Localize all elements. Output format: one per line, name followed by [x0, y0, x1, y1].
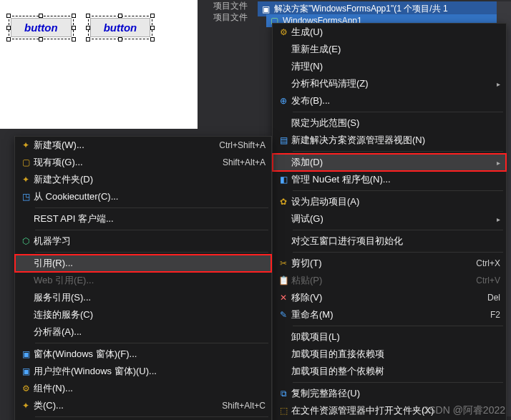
menu-clean[interactable]: 清理(N)	[273, 58, 506, 75]
solution-text: 解决方案"WindowsFormsApp1"(1 个项目/共 1	[274, 3, 448, 15]
menu-reference[interactable]: 引用(R)...	[15, 255, 271, 272]
menu-publish[interactable]: ⊕发布(B)...	[273, 92, 506, 109]
menu-newitem[interactable]: ✦新建项(W)...Ctrl+Shift+A	[15, 137, 271, 154]
menu-existing[interactable]: ▢现有项(G)...Shift+Alt+A	[15, 154, 271, 171]
menu-startup[interactable]: ✿设为启动项目(A)	[273, 193, 506, 210]
chevron-right-icon: ▸	[497, 215, 500, 223]
rename-icon: ✎	[276, 310, 291, 320]
cut-icon: ✂	[276, 258, 291, 268]
menu-cookiecutter[interactable]: ◳从 Cookiecutter(C)...	[15, 188, 271, 205]
watermark: CSDN @阿睿2022	[422, 404, 505, 417]
divider	[293, 326, 503, 326]
menu-restapi[interactable]: REST API 客户端...	[15, 210, 271, 228]
submenu-add: ✦新建项(W)...Ctrl+Shift+A ▢现有项(G)...Shift+A…	[14, 136, 272, 420]
menu-webref[interactable]: Web 引用(E)...	[15, 272, 271, 289]
menu-ml[interactable]: ⬡机器学习	[15, 233, 271, 250]
menu-paste[interactable]: 📋粘贴(P)Ctrl+V	[273, 272, 506, 289]
menu-connsvc[interactable]: 连接的服务(C)	[15, 306, 271, 323]
menu-rename[interactable]: ✎重命名(M)F2	[273, 306, 506, 323]
copy-icon: ⧉	[276, 389, 291, 399]
chevron-right-icon: ▸	[497, 159, 500, 167]
menu-init[interactable]: 对交互窗口进行项目初始化	[273, 233, 506, 250]
menu-remove[interactable]: ✕移除(V)Del	[273, 289, 506, 306]
paste-icon: 📋	[276, 275, 291, 285]
nuget-icon: ◧	[276, 175, 291, 185]
existing-icon: ▢	[18, 157, 34, 167]
menu-build[interactable]: ⚙生成(U)	[273, 24, 506, 41]
menu-debug[interactable]: 调试(G)▸	[273, 210, 506, 228]
divider	[293, 151, 503, 152]
delete-icon: ✕	[276, 293, 291, 303]
gear-icon: ✿	[276, 197, 291, 207]
menu-class[interactable]: ✦类(C)...Shift+Alt+C	[15, 397, 271, 414]
menu-nuget[interactable]: ◧管理 NuGet 程序包(N)...	[273, 171, 506, 188]
menu-newview[interactable]: ▤新建解决方案资源管理器视图(N)	[273, 132, 506, 149]
divider	[35, 343, 268, 343]
class-icon: ✦	[18, 401, 34, 411]
context-menu-project: ⚙生成(U) 重新生成(E) 清理(N) 分析和代码清理(Z)▸ ⊕发布(B).…	[272, 23, 507, 420]
uc-icon: ▣	[18, 366, 34, 376]
menu-unload[interactable]: 卸载项目(L)	[273, 328, 506, 346]
menu-add[interactable]: 添加(D)▸	[273, 154, 506, 171]
form-icon: ▣	[18, 349, 34, 359]
designer-button-1[interactable]: button	[9, 16, 74, 39]
menu-component[interactable]: ⚙组件(N)...	[15, 380, 271, 397]
component-icon: ⚙	[18, 384, 34, 394]
newitem-icon: ✦	[18, 140, 34, 150]
cookie-icon: ◳	[18, 192, 34, 202]
divider	[293, 252, 503, 253]
divider	[293, 382, 503, 383]
project-file-labels: 项目文件项目文件	[213, 0, 248, 23]
divider	[35, 207, 268, 208]
folder-icon: ✦	[18, 175, 34, 185]
menu-scope[interactable]: 限定为此范围(S)	[273, 114, 506, 132]
form-designer: button button	[0, 0, 198, 129]
menu-cut[interactable]: ✂剪切(T)Ctrl+X	[273, 255, 506, 272]
menu-analyze[interactable]: 分析和代码清理(Z)▸	[273, 75, 506, 92]
globe-icon: ⊕	[276, 96, 291, 106]
menu-rebuild[interactable]: 重新生成(E)	[273, 41, 506, 58]
divider	[35, 252, 268, 253]
menu-newfolder[interactable]: ✦新建文件夹(D)	[15, 171, 271, 188]
button-text: button	[90, 18, 151, 37]
divider	[35, 416, 268, 417]
menu-dep2[interactable]: 加载项目的整个依赖树	[273, 363, 506, 380]
folder-icon: ⬚	[276, 406, 291, 416]
menu-usercontrol[interactable]: ▣用户控件(Windows 窗体)(U)...	[15, 363, 271, 380]
designer-button-2[interactable]: button	[88, 16, 153, 39]
chevron-right-icon: ▸	[497, 80, 500, 88]
button-text: button	[11, 18, 72, 37]
divider	[293, 230, 503, 230]
build-icon: ⚙	[276, 27, 291, 37]
ml-icon: ⬡	[18, 236, 34, 246]
menu-copypath[interactable]: ⧉复制完整路径(U)	[273, 385, 506, 402]
divider	[293, 112, 503, 112]
menu-svcref[interactable]: 服务引用(S)...	[15, 289, 271, 306]
menu-form[interactable]: ▣窗体(Windows 窗体)(F)...	[15, 346, 271, 363]
solution-icon: ▣	[262, 4, 270, 14]
menu-dep1[interactable]: 加载项目的直接依赖项	[273, 346, 506, 363]
view-icon: ▤	[276, 135, 291, 145]
divider	[293, 190, 503, 191]
menu-analyzer[interactable]: 分析器(A)...	[15, 323, 271, 341]
divider	[35, 230, 268, 230]
